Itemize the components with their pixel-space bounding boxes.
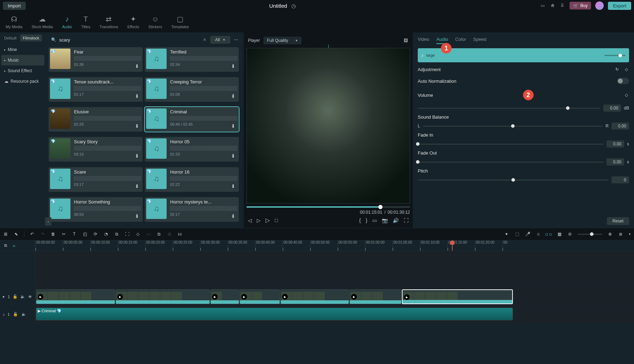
voiceover-icon[interactable]: 🎤 [525,231,530,237]
media-item[interactable]: 💎♫ Criminal00:48 / 02:45 ⬇ [145,107,239,132]
visibility-icon[interactable]: 👁 [28,294,32,300]
sidebar-tab-default[interactable]: Default [1,34,19,42]
buy-button[interactable]: 🛒 Buy [570,2,591,10]
auto-norm-toggle[interactable] [617,78,629,84]
preview-canvas[interactable] [247,48,410,203]
group-icon[interactable]: ▭ [145,231,151,237]
apps-icon[interactable]: ⠿ [560,3,565,8]
ruler-tick[interactable]: 00:01:05:00 [392,240,420,251]
color-icon[interactable]: ◔ [103,231,109,237]
link-icon[interactable]: ∞ [11,243,17,249]
crop-icon[interactable]: ◰ [82,231,88,237]
video-track[interactable]: ▶ ▶ ▶ ▶ ▶ ▶ ▶ [35,288,634,305]
tab-templates[interactable]: ▢Templates [167,13,193,31]
fadein-slider[interactable] [418,144,604,145]
ruler-tick[interactable]: 00:00:40:00 [255,240,282,251]
fadeout-slider[interactable] [418,162,604,163]
track-display-icon[interactable]: ≣ [618,231,623,237]
download-icon[interactable]: ⬇ [135,123,139,129]
keyframe-icon[interactable]: ◇ [623,67,629,72]
ruler-tick[interactable]: 00:00:50:00 [310,240,337,251]
mute-icon[interactable]: 🔈 [21,312,27,317]
download-icon[interactable]: ⬇ [231,213,235,219]
camera-icon[interactable]: 📷 [382,218,388,223]
ruler-tick[interactable]: 00:00:05:00 [63,240,90,251]
download-icon[interactable]: ⬇ [135,183,139,189]
sidebar-item-resource-pack[interactable]: ☁Resource pack [1,76,44,87]
lock-icon[interactable]: 🔓 [13,294,18,300]
tab-titles[interactable]: TTitles [77,13,94,31]
collapse-sidebar-button[interactable]: ‹ [45,217,51,226]
audio-track[interactable]: ▶ Criminal 💎 [35,306,634,323]
delete-icon[interactable]: 🗑 [50,231,56,237]
tab-stock-media[interactable]: ☁Stock Media [27,13,57,31]
marker-icon[interactable]: ⬚ [514,231,520,237]
redo-icon[interactable]: ↷ [40,231,45,237]
import-button[interactable]: Import [3,2,26,10]
inspector-tab-video[interactable]: Video [418,37,429,44]
clear-search-icon[interactable]: ✕ [202,37,207,43]
cursor-icon[interactable]: ⬉ [13,231,19,237]
media-item[interactable]: 💎♫ Horror mysterys te...02:17 ⬇ [145,197,239,222]
media-item[interactable]: 💎 Fear01:36 ⬇ [49,47,143,72]
ruler-tick[interactable]: 00:01:10:00 [420,240,447,251]
cloud-upload-icon[interactable]: ⟰ [550,3,555,8]
expand-icon[interactable]: ⛶ [124,231,130,237]
ruler-tick[interactable]: 00:00:20:00 [145,240,173,251]
download-icon[interactable]: ⬇ [135,63,139,69]
lock-icon[interactable]: 🔓 [13,312,18,317]
sidebar-item-music[interactable]: ▸Music [1,55,44,65]
search-input[interactable] [59,37,199,43]
balance-value[interactable]: 0.00 [611,123,629,130]
audio-mix-icon[interactable]: ♫ [535,231,541,237]
tab-transitions[interactable]: ⇄Transitions [95,13,122,31]
card-slider[interactable] [604,55,626,56]
undo-icon[interactable]: ↶ [29,231,35,237]
ungroup-icon[interactable]: ⧉ [156,231,162,237]
download-icon[interactable]: ⬇ [231,63,235,69]
lock-icon[interactable]: ⧉ [167,231,172,237]
mark-out-icon[interactable]: } [366,218,367,223]
pitch-value[interactable]: 0 [611,176,629,183]
media-item[interactable]: 💎♫ Terrified02:34 ⬇ [145,47,239,72]
filter-dropdown[interactable]: All ▼ [210,36,230,44]
ruler-tick[interactable]: 00:00:35:00 [228,240,255,251]
ruler-tick[interactable]: 00:01:00:00 [365,240,392,251]
download-icon[interactable]: ⬇ [231,183,235,189]
media-item[interactable]: 💎 Scary Story03:10 ⬇ [49,137,143,162]
sidebar-item-mine[interactable]: ▸Mine [1,44,44,55]
screen-icon[interactable]: ▭ [372,218,377,223]
text-icon[interactable]: T [72,231,77,237]
reset-adj-icon[interactable]: ↻ [614,67,620,72]
cut-icon[interactable]: ✂ [61,231,67,237]
tag-icon[interactable]: ◇ [135,231,141,237]
mixer-icon[interactable]: ⫾⫾ [177,231,183,237]
ruler-tick[interactable]: 00:01:20:00 [475,240,502,251]
mark-in-icon[interactable]: { [359,218,361,223]
grid-icon[interactable]: ⊞ [3,231,8,237]
fullscreen-icon[interactable]: ⛶ [404,218,409,223]
ruler-tick[interactable]: 00:00:15:00 [118,240,145,251]
render-icon[interactable]: ✦ [504,231,509,237]
chevron-down-icon[interactable]: ▼ [628,233,631,236]
download-icon[interactable]: ⬇ [231,123,235,129]
snapshot-icon[interactable]: 🖼 [403,38,409,43]
ruler-tick[interactable]: 00:00:45:00 [282,240,310,251]
ruler-tick[interactable]: 00:00:55:00 [337,240,365,251]
media-item[interactable]: 💎 Elusive02:26 ⬇ [49,107,143,132]
export-button[interactable]: Export [608,2,631,10]
fadeout-value[interactable]: 0.00 [607,158,624,165]
ruler-tick[interactable]: 00:00:10:00 [90,240,118,251]
download-icon[interactable]: ⬇ [231,93,235,99]
step-back-button[interactable]: ▷ [257,218,261,223]
link-icon[interactable]: ▦ [557,231,562,237]
balance-slider[interactable] [423,126,603,127]
download-icon[interactable]: ⬇ [135,153,139,159]
inspector-tab-color[interactable]: Color [455,37,466,44]
copy-icon[interactable]: ⧉ [3,243,8,249]
tab-my-media[interactable]: ☊My Media [1,13,27,31]
prev-frame-button[interactable]: ◁ [248,218,252,223]
sidebar-item-sound-effect[interactable]: ▸Sound Effect [1,65,44,76]
speed-icon[interactable]: ⟳ [93,231,98,237]
ruler-tick[interactable]: 00: [502,240,530,251]
